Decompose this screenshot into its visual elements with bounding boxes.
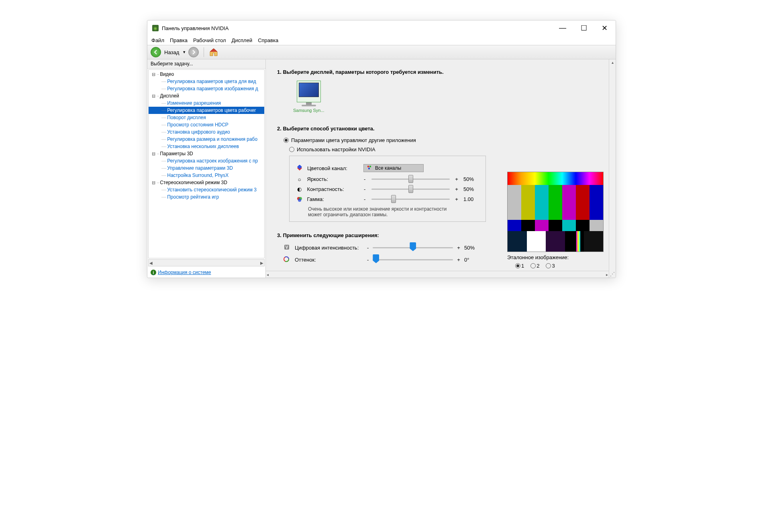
vibrance-label: Цифровая интенсивность:: [295, 245, 363, 251]
gamma-label: Гамма:: [307, 196, 358, 202]
main-scrollbar-vertical[interactable]: ▴: [609, 59, 616, 278]
main-scrollbar-horizontal[interactable]: ◂▸: [266, 271, 609, 278]
tree-item[interactable]: ····Настройка Surround, PhysX: [149, 172, 264, 179]
menu-display[interactable]: Дисплей: [232, 37, 253, 43]
minus-label: -: [362, 176, 367, 182]
window-controls: — ☐ ✕: [556, 24, 611, 32]
tree-item[interactable]: ····Изменение разрешения: [149, 99, 264, 107]
close-button[interactable]: ✕: [598, 24, 611, 32]
brightness-value: 50%: [463, 176, 479, 182]
svg-rect-2: [368, 168, 370, 169]
radio-other-apps[interactable]: Параметрами цвета управляют другие прило…: [284, 137, 596, 143]
tree-item[interactable]: ····Установка нескольких дисплеев: [149, 143, 264, 150]
monitor-icon: [297, 81, 321, 102]
tree-item[interactable]: ····Установить стереоскопический режим 3: [149, 186, 264, 193]
brightness-icon: ☼: [296, 176, 303, 182]
hue-label: Оттенок:: [295, 257, 363, 263]
back-dropdown-icon[interactable]: ▼: [182, 50, 186, 54]
tree-item[interactable]: ····Просмотр рейтинга игр: [149, 193, 264, 201]
titlebar: ◉ Панель управления NVIDIA — ☐ ✕: [147, 20, 616, 36]
gamma-icon: [296, 197, 303, 202]
tree-item[interactable]: ····Управление параметрами 3D: [149, 164, 264, 172]
toolbar-separator: [204, 47, 204, 57]
info-icon: i: [151, 270, 156, 275]
color-channel-row: Цветовой канал: Все каналы: [296, 164, 479, 172]
color-channel-label: Цветовой канал:: [307, 165, 359, 171]
gamma-slider[interactable]: [371, 199, 450, 200]
menu-file[interactable]: Файл: [151, 37, 164, 43]
task-tree[interactable]: ⊟··Видео····Регулировка параметров цвета…: [148, 69, 265, 258]
hue-value: 0°: [464, 257, 469, 263]
svg-rect-0: [367, 166, 369, 167]
toolbar: Назад ▼: [147, 45, 616, 59]
gamma-value: 1.00: [463, 196, 479, 202]
menu-desktop[interactable]: Рабочий стол: [193, 37, 226, 43]
reference-radio-1[interactable]: 1: [515, 263, 524, 269]
tree-item[interactable]: ····Регулировка параметров цвета для вид: [149, 78, 264, 85]
tree-item[interactable]: ····Поворот дисплея: [149, 114, 264, 121]
home-icon[interactable]: [209, 47, 218, 57]
back-button[interactable]: [151, 47, 161, 57]
step1-title: 1. Выберите дисплей, параметры которого …: [277, 69, 596, 75]
display-name: Samsung Syn...: [293, 108, 324, 113]
display-selector[interactable]: Samsung Syn...: [293, 81, 324, 113]
brightness-row: ☼ Яркость: - + 50%: [296, 176, 479, 182]
plus-label: +: [457, 257, 460, 263]
vibrance-value: 50%: [464, 245, 475, 251]
tree-category[interactable]: ⊟··Видео: [149, 71, 264, 78]
forward-button[interactable]: [188, 47, 199, 57]
radio-other-label: Параметрами цвета управляют другие прило…: [291, 137, 416, 143]
tree-category[interactable]: ⊟··Параметры 3D: [149, 150, 264, 157]
color-channel-dropdown[interactable]: Все каналы: [363, 164, 424, 172]
tree-item[interactable]: ····Регулировка размера и положения рабо: [149, 136, 264, 143]
tree-category[interactable]: ⊟··Дисплей: [149, 92, 264, 99]
radio-nvidia-settings[interactable]: Использовать настройки NVIDIA: [289, 146, 596, 152]
brightness-slider[interactable]: [371, 179, 450, 180]
system-info-label: Информация о системе: [158, 270, 211, 275]
system-info-link[interactable]: i Информация о системе: [147, 267, 265, 278]
maximize-button[interactable]: ☐: [577, 24, 590, 32]
tree-item[interactable]: ····Регулировка настроек изображения с п…: [149, 157, 264, 164]
reference-radio-2[interactable]: 2: [530, 263, 539, 269]
radio-icon: [289, 147, 294, 152]
reference-radio-3[interactable]: 3: [546, 263, 555, 269]
minus-label: -: [362, 186, 367, 192]
svg-text:V: V: [286, 245, 288, 250]
plus-label: +: [454, 186, 459, 192]
vibrance-icon: V: [284, 244, 291, 252]
contrast-label: Контрастность:: [307, 186, 358, 192]
tree-category[interactable]: ⊟··Стереоскопический режим 3D: [149, 179, 264, 186]
tree-item[interactable]: ····Установка цифрового аудио: [149, 128, 264, 136]
plus-label: +: [457, 245, 460, 251]
minus-label: -: [367, 257, 369, 263]
radio-nvidia-label: Использовать настройки NVIDIA: [297, 146, 375, 152]
contrast-row: ◐ Контрастность: - + 50%: [296, 186, 479, 192]
resize-grip-icon[interactable]: ⋰: [610, 271, 615, 277]
reference-radios: 1 2 3: [515, 263, 604, 269]
brightness-label: Яркость:: [307, 176, 358, 182]
plus-label: +: [454, 196, 459, 202]
reference-label: Эталонное изображение:: [507, 254, 604, 260]
svg-rect-1: [369, 166, 371, 167]
tree-item[interactable]: ····Просмотр состояния HDCP: [149, 121, 264, 128]
window-title: Панель управления NVIDIA: [162, 25, 228, 31]
menu-help[interactable]: Справка: [258, 37, 278, 43]
minimize-button[interactable]: —: [556, 24, 569, 32]
contrast-slider[interactable]: [371, 189, 450, 190]
nvidia-icon: ◉: [152, 25, 159, 31]
contrast-value: 50%: [463, 186, 479, 192]
color-channel-icon: [296, 165, 303, 171]
main-panel: 1. Выберите дисплей, параметры которого …: [266, 59, 616, 278]
reference-image-block: Эталонное изображение: 1 2 3: [507, 172, 604, 269]
hue-slider[interactable]: [373, 259, 453, 260]
svg-point-5: [298, 199, 301, 202]
contrast-icon: ◐: [296, 186, 303, 192]
vibrance-slider[interactable]: [373, 247, 453, 248]
minus-label: -: [362, 196, 367, 202]
tree-item[interactable]: ····Регулировка параметров цвета рабочег: [149, 107, 264, 114]
sidebar-scrollbar-horizontal[interactable]: ◀▶: [148, 259, 265, 266]
hue-icon: [284, 256, 291, 263]
color-bars-preview: [507, 172, 604, 252]
menu-edit[interactable]: Правка: [170, 37, 188, 43]
tree-item[interactable]: ····Регулировка параметров изображения д: [149, 85, 264, 92]
